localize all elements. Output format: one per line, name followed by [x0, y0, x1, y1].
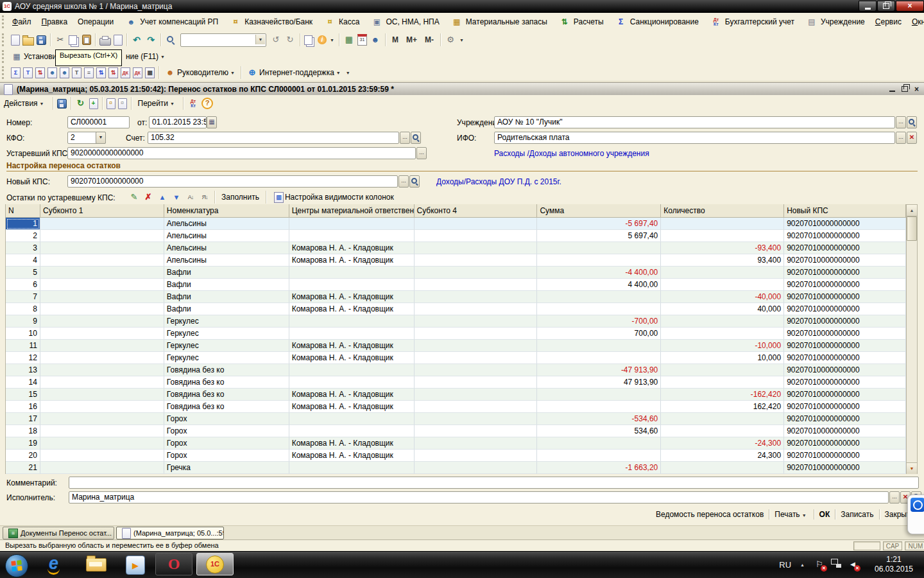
tray-expand-icon[interactable]: ▲	[800, 563, 805, 567]
table-row[interactable]: 14Говядина без ко47 913,9090207010000000…	[6, 376, 906, 389]
nomer-input[interactable]: СЛ000001	[67, 116, 130, 128]
post-icon[interactable]: ¤	[107, 98, 116, 109]
table-row[interactable]: 7ВафлиКомарова Н. А. - Кладовщик-40,0009…	[6, 291, 906, 303]
cell-nomenclature[interactable]: Апельсины	[164, 242, 289, 254]
turnover-sub-icon[interactable]: ⇅	[108, 67, 118, 78]
table-row[interactable]: 15Говядина без коКомарова Н. А. - Кладов…	[6, 389, 906, 401]
menu-item-казначейство-банк[interactable]: ¤Казначейство/Банк	[223, 14, 318, 30]
toolbar-overflow-icon[interactable]: ▼	[346, 71, 350, 75]
menu-item-санкционирование[interactable]: ΣСанкционирование	[609, 14, 704, 30]
onec-taskbar-button[interactable]: 1С	[196, 553, 234, 575]
cell-n[interactable]: 8	[6, 303, 40, 315]
cell-sum[interactable]	[537, 401, 661, 413]
document-window-titlebar[interactable]: (Марина_матрица; 05.03.2015 21:50:42): П…	[0, 82, 924, 96]
cell-new-kps[interactable]: 90207010000000000	[784, 328, 906, 340]
new-kps-input[interactable]: 90207010000000000	[67, 175, 398, 188]
cell-nomenclature[interactable]: Говядина без ко	[164, 389, 289, 401]
column-visibility-button[interactable]: ▥Настройка видимости колонок	[269, 191, 398, 204]
table-row[interactable]: 9Геркулес-700,0090207010000000000	[6, 315, 906, 328]
cell-sum[interactable]: -700,00	[537, 315, 661, 328]
teamviewer-icon[interactable]	[911, 498, 924, 512]
cell-subconto4[interactable]	[415, 242, 538, 254]
scroll-down-icon[interactable]: ▼	[907, 462, 917, 474]
cell-nomenclature[interactable]: Вафли	[164, 267, 289, 279]
cell-new-kps[interactable]: 90207010000000000	[784, 291, 906, 303]
cell-subconto1[interactable]	[40, 401, 164, 413]
cell-center[interactable]	[289, 230, 415, 242]
menu-item-расчеты[interactable]: ⇅Расчеты	[552, 14, 609, 30]
cell-n[interactable]: 19	[6, 437, 40, 450]
cell-nomenclature[interactable]: Геркулес	[164, 340, 289, 352]
cell-new-kps[interactable]: 90207010000000000	[784, 279, 906, 291]
cell-nomenclature[interactable]: Вафли	[164, 279, 289, 291]
cell-subconto1[interactable]	[40, 437, 164, 450]
help-icon[interactable]: ?	[201, 98, 213, 109]
goto-menu-button[interactable]: Перейти▼	[134, 98, 181, 109]
cell-new-kps[interactable]: 90207010000000000	[784, 401, 906, 413]
table-row[interactable]: 18Горох534,6090207010000000000	[6, 425, 906, 437]
cell-new-kps[interactable]: 90207010000000000	[784, 242, 906, 254]
cell-subconto4[interactable]	[415, 376, 538, 389]
cell-new-kps[interactable]: 90207010000000000	[784, 364, 906, 376]
cell-sum[interactable]	[537, 352, 661, 364]
minimize-button[interactable]	[859, 1, 877, 12]
cell-subconto4[interactable]	[415, 401, 538, 413]
cell-center[interactable]	[289, 413, 415, 425]
menu-item-касса[interactable]: ¤Касса	[318, 14, 364, 30]
cell-sum[interactable]: 534,60	[537, 425, 661, 437]
cell-qty[interactable]: 10,000	[661, 352, 784, 364]
cell-new-kps[interactable]: 90207010000000000	[784, 254, 906, 267]
cell-n[interactable]: 18	[6, 425, 40, 437]
copy-icon[interactable]	[69, 35, 77, 45]
cell-nomenclature[interactable]: Геркулес	[164, 328, 289, 340]
doc-restore-button[interactable]	[902, 85, 908, 94]
cell-qty[interactable]	[661, 425, 784, 437]
menu-item-правка[interactable]: Правка	[37, 15, 73, 28]
search-input[interactable]: ▼	[180, 33, 266, 47]
cell-qty[interactable]: 24,300	[661, 450, 784, 462]
footer-button-4[interactable]: Записать	[835, 508, 878, 521]
cell-subconto1[interactable]	[40, 230, 164, 242]
date-input[interactable]: 01.01.2015 23:59:59	[149, 116, 207, 128]
cell-qty[interactable]	[661, 218, 784, 230]
column-header[interactable]: Количество	[661, 204, 784, 218]
cell-qty[interactable]	[661, 230, 784, 242]
cell-center[interactable]: Комарова Н. А. - Кладовщик	[289, 340, 415, 352]
cell-sum[interactable]: 47 913,90	[537, 376, 661, 389]
new-kps-ellipsis-button[interactable]: ...	[398, 175, 409, 188]
cell-sum[interactable]	[537, 303, 661, 315]
cut-icon[interactable]: ✂	[55, 34, 66, 46]
cell-qty[interactable]	[661, 315, 784, 328]
cell-subconto4[interactable]	[415, 340, 538, 352]
toolbar-grip[interactable]	[2, 66, 6, 79]
memory-button-m+[interactable]: M+	[402, 34, 421, 46]
cell-new-kps[interactable]: 90207010000000000	[784, 230, 906, 242]
cell-qty[interactable]: 93,400	[661, 254, 784, 267]
cell-center[interactable]: Комарова Н. А. - Кладовщик	[289, 437, 415, 450]
doc-minimize-button[interactable]	[889, 85, 895, 94]
cell-qty[interactable]: -10,000	[661, 340, 784, 352]
cell-qty[interactable]: -93,400	[661, 242, 784, 254]
turnover-t-icon[interactable]: ⇅	[96, 67, 106, 78]
new-kps-link[interactable]: Доходы/Расходы ДОУ П.Д. с 2015г.	[436, 177, 561, 186]
column-header[interactable]: Центры материальной ответствен...	[289, 204, 415, 218]
cell-n[interactable]: 11	[6, 340, 40, 352]
schet-ellipsis-button[interactable]: ...	[400, 132, 410, 144]
cell-subconto4[interactable]	[415, 364, 538, 376]
services-icon[interactable]: ⚙	[445, 34, 456, 46]
save-icon[interactable]	[37, 35, 46, 45]
chevron-down-icon[interactable]: ▼	[160, 55, 165, 59]
turnover-summary-icon[interactable]: Σ	[11, 67, 21, 78]
window-tab-1[interactable]: ≡Документы Перенос остат...	[3, 527, 114, 539]
cell-n[interactable]: 2	[6, 230, 40, 242]
cell-n[interactable]: 6	[6, 279, 40, 291]
cell-sum[interactable]: 5 697,40	[537, 230, 661, 242]
cell-nomenclature[interactable]: Говядина без ко	[164, 376, 289, 389]
cell-n[interactable]: 10	[6, 328, 40, 340]
cell-new-kps[interactable]: 90207010000000000	[784, 340, 906, 352]
table-row[interactable]: 5Вафли-4 400,0090207010000000000	[6, 267, 906, 279]
column-header[interactable]: Сумма	[537, 204, 661, 218]
table-row[interactable]: 13Говядина без ко-47 913,909020701000000…	[6, 364, 906, 376]
taskbar-clock[interactable]: 1:21 06.03.2015	[866, 555, 921, 574]
cell-subconto4[interactable]	[415, 218, 538, 230]
